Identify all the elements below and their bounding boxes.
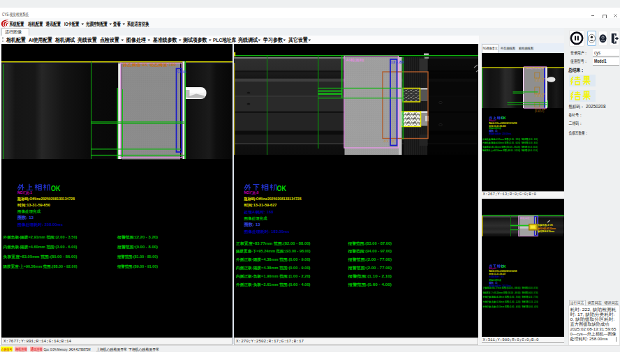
svg-text:正极宽度=83.77mm 范围:(82.00 - 88.00: 正极宽度=83.77mm 范围:(82.00 - 88.00) (482, 285, 520, 289)
svg-text:二维码：: 二维码： (569, 121, 583, 126)
svg-text:通讯配置: 通讯配置 (45, 21, 61, 27)
svg-text:45.6 4.36: 45.6 4.36 (383, 140, 394, 143)
svg-text:图像处理耗时: 258.00ms: 图像处理耗时: 258.00ms (489, 132, 511, 135)
svg-text:报警范围:(2.00 - 77.00): 报警范围:(2.00 - 77.00) (347, 257, 392, 262)
svg-text:AI检测框: AI检测框 (346, 58, 364, 63)
svg-text:(3.40,5.1): (3.40,5.1) (535, 110, 544, 113)
svg-text:cys: cys (594, 50, 600, 56)
svg-text:报警范围:(89.00 - 91.00): 报警范围:(89.00 - 91.00) (117, 264, 158, 269)
svg-text:AI检测框: AI检测框 (520, 216, 529, 219)
svg-text:0, 缺陷提取分区耗时:: 0, 缺陷提取分区耗时: (570, 316, 615, 321)
svg-text:通讯连接: 通讯连接 (31, 346, 43, 351)
svg-text:直方图提取缺陷成功: 直方图提取缺陷成功 (570, 321, 610, 326)
svg-text:外侧正极-隔膜=4.38mm 范围:(0.00 - 9.00: 外侧正极-隔膜=4.38mm 范围:(0.00 - 9.00) (482, 295, 520, 298)
svg-text:外侧负极-隔膜=2.91mm 范围:(2.00 - 3.50: 外侧负极-隔膜=2.91mm 范围:(2.00 - 3.50) (482, 137, 520, 141)
svg-text:Cpu: 0.0% Memory: 3424.4179687: Cpu: 0.0% Memory: 3424.41796875M (44, 347, 91, 351)
svg-text:设置日志: 设置日志 (588, 301, 603, 305)
svg-text:查看: 查看 (112, 21, 121, 27)
svg-text:OK: OK (276, 184, 286, 192)
svg-text:外侧负极-隔膜=2.91mm 范围:(2.00 - 3.50: 外侧负极-隔膜=2.91mm 范围:(2.00 - 3.50) (2, 235, 77, 240)
svg-text:报警范围:(1.10 - 2.10): 报警范围:(1.10 - 2.10) (521, 300, 538, 303)
svg-text:NG汇总:1: NG汇总:1 (17, 191, 33, 195)
svg-text:隔膜宽度-下=95.24mm 范围:(93.00 - 98.: 隔膜宽度-下=95.24mm 范围:(93.00 - 98.00) (482, 290, 520, 294)
svg-text:瓶标码:Offline20250208133134728: 瓶标码:Offline20250208133134728 (17, 197, 75, 202)
svg-text:耗时: 222, 缺陷检测耗: 耗时: 222, 缺陷检测耗 (570, 306, 617, 312)
svg-text:相机配置: 相机配置 (27, 21, 43, 27)
svg-text:心跳信号: 心跳信号 (1, 347, 13, 351)
svg-text:瓶标码：: 瓶标码： (569, 104, 584, 109)
svg-text:报警范围:(83.00 - 87.00): 报警范围:(83.00 - 87.00) (347, 241, 392, 246)
svg-text:CYS-视觉检测系统: CYS-视觉检测系统 (2, 12, 29, 17)
svg-text:圈数: 13: 圈数: 13 (17, 215, 34, 220)
svg-text:静态阈值:93, 动态阈值:100: 静态阈值:93, 动态阈值:100 (122, 63, 176, 68)
svg-text:瓶标码:Offline20250208133134728: 瓶标码:Offline20250208133134728 (243, 197, 301, 202)
svg-text:亮线调试: 亮线调试 (237, 36, 258, 43)
svg-text:极组曲线图: 极组曲线图 (518, 47, 533, 50)
svg-text:系统语言切换: 系统语言切换 (126, 21, 149, 27)
svg-text:报警范围:(83.00 - 87.00): 报警范围:(83.00 - 87.00) (521, 285, 538, 289)
svg-text:登录用户：: 登录用户： (570, 50, 588, 56)
svg-text:外侧正极-隔膜=4.38mm 范围:(0.00 - 9.00: 外侧正极-隔膜=4.38mm 范围:(0.00 - 9.00) (235, 257, 310, 262)
svg-text:图像处理: 图像处理 (126, 37, 146, 43)
svg-text:报警范围:(89.00 - 91.00): 报警范围:(89.00 - 91.00) (521, 149, 538, 152)
svg-text:极耳宽度:8.10mm: 极耳宽度:8.10mm (537, 229, 554, 232)
svg-text:(3.45,1.2): (3.45,1.2) (535, 79, 544, 82)
svg-text:93.46: 93.46 (177, 70, 186, 74)
svg-text:报警范围:(94.00 - 97.00): 报警范围:(94.00 - 97.00) (521, 290, 538, 294)
svg-text:报警范围:(1.10 - 2.10): 报警范围:(1.10 - 2.10) (347, 274, 392, 279)
svg-text:相机配置: 相机配置 (6, 36, 26, 43)
svg-text:NG图像显示: NG图像显示 (483, 47, 498, 50)
svg-text:内侧负极-隔膜=4.60mm 范围:(3.00 - 6.00: 内侧负极-隔膜=4.60mm 范围:(3.00 - 6.00) (3, 245, 78, 250)
svg-text:IO卡配置: IO卡配置 (64, 21, 80, 27)
svg-text:学习参数: 学习参数 (263, 37, 283, 43)
svg-text:外侧正极-负极=2.61mm 范围:(0.60 - 4.00: 外侧正极-负极=2.61mm 范围:(0.60 - 4.00) (482, 305, 520, 308)
svg-text:时间:13-31-59-627: 时间:13-31-59-627 (244, 203, 276, 208)
svg-text:图像处理耗时: 258.00ms: 图像处理耗时: 258.00ms (17, 222, 63, 227)
svg-text:错误日志: 错误日志 (605, 301, 619, 305)
svg-text:(2.08,3.4): (2.08,3.4) (535, 95, 544, 98)
svg-text:上相机心跳检测异常: 上相机心跳检测异常 (96, 347, 127, 351)
svg-text:下相机心跳检测异常: 下相机心跳检测异常 (128, 347, 159, 351)
svg-text:相机调试: 相机调试 (54, 37, 75, 43)
svg-text:亮线设置: 亮线设置 (77, 36, 97, 43)
svg-text:外侧正极-负极=2.61mm 范围:(0.60 - 4.00: 外侧正极-负极=2.61mm 范围:(0.60 - 4.00) (235, 282, 310, 287)
svg-text:2025:02:08-13:31:59:65: 2025:02:08-13:31:59:65 (570, 326, 617, 331)
svg-text:其它设置: 其它设置 (288, 36, 308, 43)
svg-text:隔膜宽度-上=90.56mm 范围:(88.00 - 92.: 隔膜宽度-上=90.56mm 范围:(88.00 - 92.00) (482, 149, 520, 152)
svg-text:报警范围:(94.00 - 97.00): 报警范围:(94.00 - 97.00) (347, 249, 392, 254)
svg-text:负极宽度=83.05mm 范围:(80.00 - 86.00: 负极宽度=83.05mm 范围:(80.00 - 86.00) (2, 254, 77, 259)
svg-text:报警范围:(2.00 - 77.00): 报警范围:(2.00 - 77.00) (521, 295, 538, 298)
svg-text:内侧正极-隔膜=4.38mm 范围:(0.00 - 9.00: 内侧正极-隔膜=4.38mm 范围:(0.00 - 9.00) (236, 266, 311, 271)
svg-text:PLC地址库: PLC地址库 (213, 36, 236, 43)
svg-text:处理耗时: 258.00ms: 处理耗时: 258.00ms (569, 335, 607, 341)
svg-text:点检设置: 点检设置 (100, 36, 119, 43)
svg-text:报警范围:(0.00 - 8.00): 报警范围:(0.00 - 8.00) (521, 141, 538, 144)
svg-text:NG汇总:0: NG汇总:0 (244, 191, 259, 195)
svg-text:隔膜宽度-上=90.56mm 范围:(88.00 - 92.: 隔膜宽度-上=90.56mm 范围:(88.00 - 92.00) (3, 264, 78, 269)
svg-text:运行图像: 运行图像 (5, 29, 22, 34)
svg-text:内侧正极-负极=1.90mm 范围:(1.00 - 2.20: 内侧正极-负极=1.90mm 范围:(1.00 - 2.20) (236, 274, 311, 279)
svg-text:相机连接: 相机连接 (15, 347, 27, 351)
svg-text:OK: OK (501, 116, 505, 120)
svg-text:隔膜宽度-下=95.24mm 范围:(93.00 - 98.: 隔膜宽度-下=95.24mm 范围:(93.00 - 98.00) (236, 248, 311, 254)
svg-text:外形曲线图: 外形曲线图 (501, 46, 515, 50)
svg-text:报警范围:(81.00 - 85.00): 报警范围:(81.00 - 85.00) (117, 255, 158, 259)
svg-text:卷针号：: 卷针号： (569, 112, 583, 117)
svg-text:时间:13-31-59-650: 时间:13-31-59-650 (17, 203, 50, 208)
svg-text:内侧负极-隔膜=4.60mm 范围:(3.00 - 6.00: 内侧负极-隔膜=4.60mm 范围:(3.00 - 6.00) (482, 141, 520, 144)
svg-text:圈数: 13: 圈数: 13 (244, 222, 260, 227)
svg-text:AI使用配置: AI使用配置 (29, 36, 52, 43)
svg-text:报警范围:(2.20 - 3.20): 报警范围:(2.20 - 3.20) (521, 137, 538, 141)
svg-text:使用型号：: 使用型号： (570, 59, 588, 64)
svg-text:图像处理完成: 图像处理完成 (244, 216, 267, 221)
svg-text:光源控制配置: 光源控制配置 (85, 21, 108, 27)
svg-text:报警范围:(2.00 - 77.00): 报警范围:(2.00 - 77.00) (347, 266, 392, 271)
svg-text:运行日志: 运行日志 (570, 301, 585, 305)
svg-text:处理AI耗时: 168: 处理AI耗时: 168 (243, 210, 273, 215)
svg-text:系统配置: 系统配置 (9, 21, 24, 27)
svg-text:负极宽度=83.05mm 范围:(80.00 - 86.00: 负极宽度=83.05mm 范围:(80.00 - 86.00) (482, 145, 520, 149)
svg-text:报警范围:(0.60 - 4.00): 报警范围:(0.60 - 4.00) (347, 282, 392, 287)
svg-text:图像处理完成: 图像处理完成 (17, 209, 41, 214)
svg-text:报警范围:(0.60 - 4.00): 报警范围:(0.60 - 4.00) (521, 305, 538, 308)
svg-text:OK: OK (501, 264, 505, 268)
